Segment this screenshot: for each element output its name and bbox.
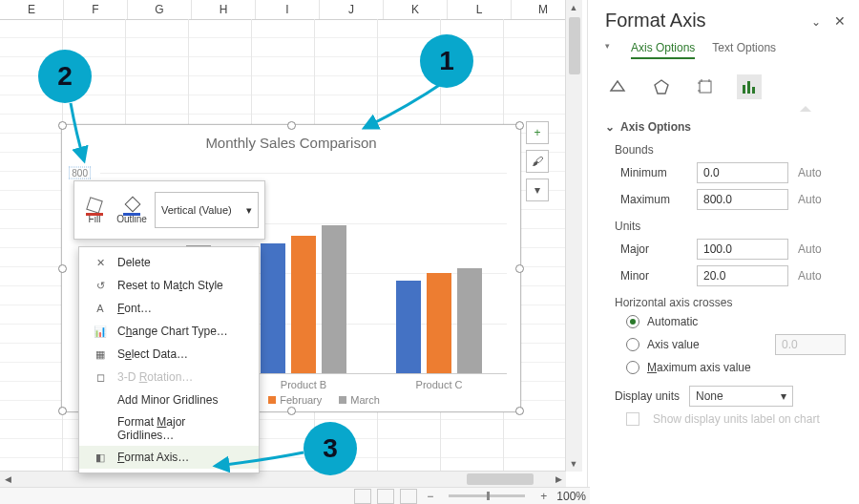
col-header[interactable]: E bbox=[0, 0, 64, 19]
auto-button[interactable]: Auto bbox=[798, 242, 822, 256]
bar-mar[interactable] bbox=[457, 268, 482, 373]
bar-feb[interactable] bbox=[291, 236, 316, 373]
chevron-down-icon: ▾ bbox=[781, 389, 786, 403]
auto-button[interactable]: Auto bbox=[798, 166, 822, 179]
bar-group[interactable]: Product B bbox=[261, 173, 346, 373]
chevron-down-icon: ⌄ bbox=[605, 120, 615, 134]
maximum-label: Maximum bbox=[620, 193, 697, 206]
menu-font[interactable]: AFont… bbox=[79, 297, 259, 320]
pane-collapse-button[interactable]: ⌄ bbox=[811, 15, 821, 29]
col-header[interactable]: H bbox=[192, 0, 256, 19]
chart-element-selector[interactable]: Vertical (Value) ▾ bbox=[155, 192, 259, 228]
bar-group[interactable]: Product C bbox=[396, 173, 482, 373]
column-headers: E F G H I J K L M bbox=[0, 0, 582, 20]
menu-label: Reset to Match Style bbox=[117, 279, 223, 292]
zoom-slider[interactable] bbox=[449, 494, 525, 497]
minimum-input[interactable] bbox=[697, 162, 788, 183]
menu-label: Change Chart Type… bbox=[117, 325, 228, 338]
bar-feb[interactable] bbox=[427, 273, 451, 373]
chart-element-value: Vertical (Value) bbox=[161, 204, 232, 216]
minor-label: Minor bbox=[620, 269, 697, 283]
bounds-label: Bounds bbox=[615, 143, 846, 157]
format-axis-icon: ◧ bbox=[93, 450, 108, 465]
zoom-level[interactable]: 100% bbox=[556, 490, 586, 503]
col-header[interactable]: L bbox=[448, 0, 512, 19]
radio-max-axis-value[interactable]: Maximum axis value bbox=[626, 361, 846, 374]
radio-automatic[interactable]: Automatic bbox=[626, 315, 846, 328]
chart-filter-button[interactable]: ▾ bbox=[526, 178, 549, 201]
bar-jan[interactable] bbox=[261, 243, 285, 374]
pane-close-button[interactable]: ✕ bbox=[834, 13, 846, 29]
callout-1: 1 bbox=[420, 34, 473, 88]
funnel-icon: ▾ bbox=[534, 183, 540, 197]
category-label: Product B bbox=[281, 379, 326, 390]
major-label: Major bbox=[620, 242, 697, 256]
zoom-out-button[interactable]: − bbox=[423, 490, 437, 503]
category-label: Product C bbox=[416, 379, 463, 390]
menu-select-data[interactable]: ▦Select Data… bbox=[79, 343, 259, 366]
section-axis-options[interactable]: ⌄Axis Options bbox=[605, 120, 846, 134]
radio-icon bbox=[626, 315, 639, 328]
effects-tab-icon[interactable] bbox=[649, 74, 674, 99]
minimum-label: Minimum bbox=[620, 166, 697, 179]
minor-input[interactable] bbox=[697, 265, 788, 286]
radio-axis-value[interactable]: Axis value bbox=[626, 334, 846, 355]
chart-styles-button[interactable]: 🖌 bbox=[526, 150, 549, 173]
callout-3: 3 bbox=[304, 422, 357, 475]
radio-icon bbox=[626, 338, 639, 351]
view-page-break-button[interactable] bbox=[400, 489, 417, 504]
scroll-right-button[interactable]: ▶ bbox=[551, 472, 566, 487]
vertical-scroll-thumb[interactable] bbox=[569, 17, 580, 74]
scroll-down-button[interactable]: ▼ bbox=[566, 456, 581, 472]
menu-reset-style[interactable]: ↺Reset to Match Style bbox=[79, 274, 259, 297]
zoom-in-button[interactable]: + bbox=[536, 490, 551, 503]
col-header[interactable]: G bbox=[128, 0, 192, 19]
scroll-up-button[interactable]: ▲ bbox=[566, 0, 581, 15]
menu-change-chart-type[interactable]: 📊Change Chart Type… bbox=[79, 320, 259, 343]
tab-caret-icon[interactable]: ▾ bbox=[605, 41, 610, 59]
chart-type-icon: 📊 bbox=[93, 324, 108, 339]
chevron-down-icon: ▾ bbox=[246, 204, 252, 217]
menu-label: 3-D Rotation… bbox=[117, 370, 193, 384]
brush-icon: 🖌 bbox=[532, 155, 543, 168]
auto-button[interactable]: Auto bbox=[798, 193, 822, 206]
view-page-layout-button[interactable] bbox=[377, 489, 394, 504]
vertical-scrollbar[interactable]: ▲ ▼ bbox=[565, 0, 582, 472]
display-units-dropdown[interactable]: None▾ bbox=[689, 386, 793, 407]
scroll-left-button[interactable]: ◀ bbox=[0, 472, 15, 487]
menu-add-minor-gridlines[interactable]: Add Minor Gridlines bbox=[79, 388, 259, 411]
major-input[interactable] bbox=[697, 239, 788, 260]
svg-rect-4 bbox=[752, 87, 755, 94]
bar-jan[interactable] bbox=[396, 281, 421, 373]
size-tab-icon[interactable] bbox=[693, 74, 718, 99]
legend-label: March bbox=[350, 394, 380, 406]
bar-mar[interactable] bbox=[322, 225, 346, 373]
maximum-input[interactable] bbox=[697, 189, 788, 210]
col-header[interactable]: I bbox=[256, 0, 320, 19]
hcross-label: Horizontal axis crosses bbox=[615, 296, 846, 309]
horizontal-scroll-thumb[interactable] bbox=[467, 473, 534, 485]
rotation-icon: ◻ bbox=[93, 369, 108, 385]
svg-rect-3 bbox=[747, 81, 750, 94]
radio-icon bbox=[626, 361, 639, 374]
fill-dropdown[interactable]: Fill bbox=[76, 183, 114, 237]
y-tick-label[interactable]: 800 bbox=[69, 167, 91, 179]
callout-2: 2 bbox=[38, 50, 92, 103]
chart-add-element-button[interactable]: + bbox=[526, 121, 549, 144]
tab-text-options[interactable]: Text Options bbox=[712, 41, 776, 59]
fill-line-tab-icon[interactable] bbox=[605, 74, 630, 99]
svg-marker-0 bbox=[655, 80, 668, 94]
col-header[interactable]: K bbox=[384, 0, 448, 19]
outline-dropdown[interactable]: Outline bbox=[114, 183, 151, 237]
auto-button[interactable]: Auto bbox=[798, 269, 822, 283]
col-header[interactable]: J bbox=[320, 0, 384, 19]
radio-label: Maximum axis value bbox=[647, 361, 751, 374]
axis-options-tab-icon[interactable] bbox=[737, 74, 762, 99]
tab-axis-options[interactable]: Axis Options bbox=[631, 41, 695, 59]
checkbox-label: Show display units label on chart bbox=[653, 412, 820, 426]
view-normal-button[interactable] bbox=[354, 489, 371, 504]
menu-delete[interactable]: ✕Delete bbox=[79, 251, 259, 274]
radio-label: Automatic bbox=[647, 315, 698, 328]
font-icon: A bbox=[93, 301, 108, 316]
col-header[interactable]: F bbox=[64, 0, 128, 19]
